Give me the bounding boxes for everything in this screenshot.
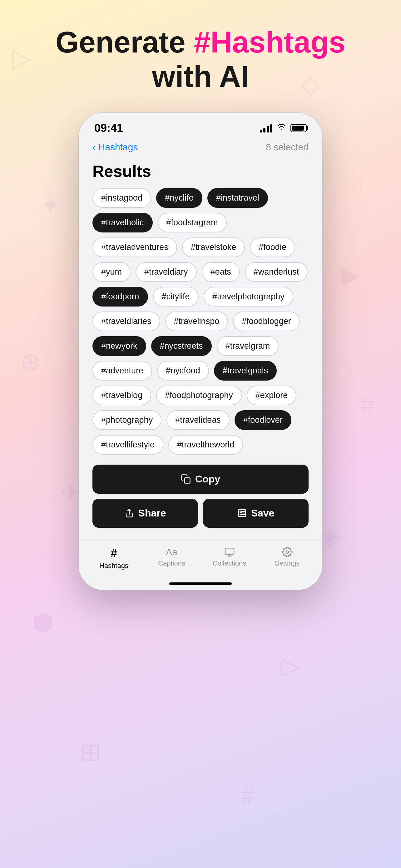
hero-title-part1: Generate bbox=[56, 25, 194, 59]
chip-eats[interactable]: #eats bbox=[202, 262, 240, 282]
status-icons bbox=[260, 123, 307, 133]
chip-foodphotography[interactable]: #foodphotography bbox=[156, 385, 242, 405]
tab-captions-label: Captions bbox=[158, 559, 185, 567]
hero-title-highlight: #Hashtags bbox=[194, 25, 346, 59]
svg-point-10 bbox=[286, 551, 289, 554]
chip-foodstagram[interactable]: #foodstagram bbox=[158, 213, 227, 232]
chip-citylife[interactable]: #citylife bbox=[153, 287, 199, 307]
share-button[interactable]: Share bbox=[93, 499, 198, 528]
hashtags-container: #instagood #nyclife #instatravel #travel… bbox=[93, 188, 308, 455]
chip-instatravel[interactable]: #instatravel bbox=[207, 188, 268, 208]
tab-hashtags-label: Hashtags bbox=[99, 562, 128, 570]
save-icon bbox=[237, 508, 247, 518]
copy-button-label: Copy bbox=[195, 473, 220, 485]
selected-count-label: 8 selected bbox=[266, 142, 308, 153]
share-icon bbox=[125, 508, 134, 518]
chip-adventure[interactable]: #adventure bbox=[93, 361, 152, 380]
wifi-icon bbox=[277, 123, 286, 133]
chip-traveltheworld[interactable]: #traveltheworld bbox=[168, 435, 243, 455]
hero-title: Generate #Hashtags with AI bbox=[56, 25, 345, 94]
chip-foodblogger[interactable]: #foodblogger bbox=[233, 312, 300, 331]
tab-hashtags[interactable]: # Hashtags bbox=[85, 547, 143, 570]
home-indicator bbox=[79, 582, 322, 590]
chip-newyork[interactable]: #newyork bbox=[93, 336, 146, 356]
battery-icon bbox=[291, 124, 307, 132]
home-bar bbox=[169, 582, 232, 585]
chip-explore[interactable]: #explore bbox=[247, 385, 297, 405]
svg-rect-7 bbox=[225, 548, 234, 554]
collections-tab-icon bbox=[224, 547, 235, 557]
status-time: 09:41 bbox=[94, 122, 123, 135]
chip-travelstoke[interactable]: #travelstoke bbox=[182, 238, 245, 257]
chip-travelphotography[interactable]: #travelphotography bbox=[204, 287, 293, 307]
chip-photography[interactable]: #photography bbox=[93, 410, 162, 430]
chip-travelgram[interactable]: #travelgram bbox=[217, 336, 279, 356]
chip-nyclife[interactable]: #nyclife bbox=[156, 188, 202, 208]
chip-travelblog[interactable]: #travelblog bbox=[93, 385, 151, 405]
chip-foodlover[interactable]: #foodlover bbox=[235, 410, 291, 430]
save-button-label: Save bbox=[251, 507, 274, 519]
main-content: Results #instagood #nyclife #instatravel… bbox=[79, 157, 322, 540]
navigation-bar: ‹ Hashtags 8 selected bbox=[79, 138, 322, 157]
tab-collections-label: Collections bbox=[213, 559, 246, 567]
hashtag-tab-icon: # bbox=[110, 547, 117, 560]
chip-foodporn[interactable]: #foodporn bbox=[93, 287, 148, 307]
svg-rect-0 bbox=[185, 478, 190, 483]
tab-collections[interactable]: Collections bbox=[201, 547, 258, 567]
chip-wanderlust[interactable]: #wanderlust bbox=[245, 262, 308, 282]
tab-captions[interactable]: Aa Captions bbox=[143, 547, 201, 567]
copy-icon bbox=[181, 474, 191, 484]
tab-bar: # Hashtags Aa Captions Collections Setti… bbox=[79, 540, 322, 582]
chip-traveldiaries[interactable]: #traveldiaries bbox=[93, 312, 160, 331]
chip-yum[interactable]: #yum bbox=[93, 262, 131, 282]
copy-button[interactable]: Copy bbox=[93, 465, 308, 494]
chip-travelinspo[interactable]: #travelinspo bbox=[165, 312, 228, 331]
chip-traveladventures[interactable]: #traveladventures bbox=[93, 238, 177, 257]
chip-foodie[interactable]: #foodie bbox=[250, 238, 295, 257]
secondary-buttons-row: Share Save bbox=[93, 499, 308, 528]
share-button-label: Share bbox=[138, 507, 166, 519]
tab-settings-label: Settings bbox=[275, 559, 300, 567]
svg-rect-3 bbox=[240, 511, 241, 513]
phone-frame: 09:41 ‹ Hashtags bbox=[79, 113, 322, 590]
hero-title-part2: with AI bbox=[152, 60, 249, 93]
back-button-label: Hashtags bbox=[98, 142, 138, 153]
chip-travellifestyle[interactable]: #travellifestyle bbox=[93, 435, 163, 455]
status-bar: 09:41 bbox=[79, 113, 322, 138]
chip-travelholic[interactable]: #travelholic bbox=[93, 213, 153, 232]
save-button[interactable]: Save bbox=[203, 499, 308, 528]
settings-tab-icon bbox=[282, 547, 293, 557]
signal-icon bbox=[260, 124, 272, 132]
chip-travelgoals[interactable]: #travelgoals bbox=[214, 361, 277, 380]
chip-nycfood[interactable]: #nycfood bbox=[157, 361, 209, 380]
back-chevron-icon: ‹ bbox=[93, 142, 96, 153]
chip-travelideas[interactable]: #travelideas bbox=[166, 410, 230, 430]
action-buttons: Copy Share bbox=[93, 465, 308, 533]
results-title: Results bbox=[93, 162, 308, 181]
chip-instagood[interactable]: #instagood bbox=[93, 188, 151, 208]
tab-settings[interactable]: Settings bbox=[258, 547, 316, 567]
chip-traveldiary[interactable]: #traveldiary bbox=[136, 262, 197, 282]
back-button[interactable]: ‹ Hashtags bbox=[93, 142, 138, 153]
captions-tab-icon: Aa bbox=[166, 547, 177, 557]
chip-nycstreets[interactable]: #nycstreets bbox=[151, 336, 212, 356]
